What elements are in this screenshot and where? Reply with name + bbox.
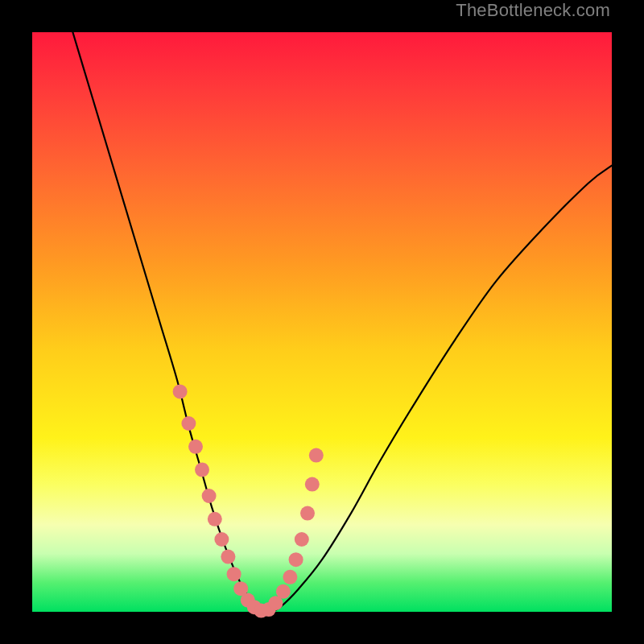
- bottleneck-curve-path: [72, 32, 612, 612]
- marker-dot: [181, 416, 196, 431]
- marker-dot: [300, 506, 315, 521]
- highlighted-points: [173, 384, 324, 617]
- marker-dot: [295, 532, 309, 547]
- marker-dot: [305, 477, 320, 492]
- plot-area: [32, 32, 612, 612]
- marker-dot: [202, 489, 217, 503]
- chart-frame: TheBottleneck.com: [0, 0, 644, 644]
- marker-dot: [221, 550, 235, 564]
- marker-dot: [208, 512, 222, 526]
- marker-dot: [289, 552, 303, 567]
- marker-dot: [188, 440, 203, 454]
- curve-svg: [32, 32, 612, 612]
- marker-dot: [283, 570, 297, 584]
- watermark-text: TheBottleneck.com: [456, 0, 610, 21]
- marker-dot: [214, 532, 229, 547]
- marker-dot: [195, 463, 209, 477]
- marker-dot: [276, 584, 291, 599]
- marker-dot: [309, 448, 324, 463]
- marker-dot: [227, 567, 242, 581]
- bottleneck-curve: [72, 32, 612, 612]
- marker-dot: [173, 384, 188, 398]
